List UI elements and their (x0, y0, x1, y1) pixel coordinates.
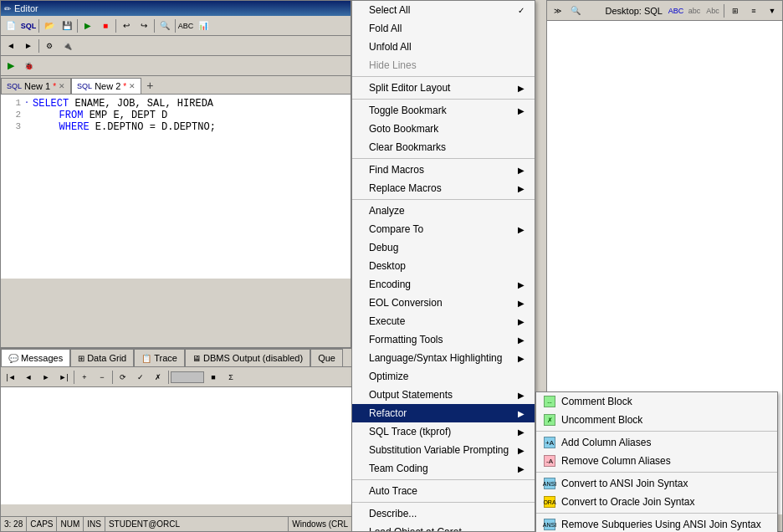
menu-split-editor-label: Split Editor Layout (369, 82, 450, 94)
menu-replace-macros[interactable]: Replace Macros ▶ (352, 179, 535, 197)
undo-btn[interactable]: ↩ (118, 18, 135, 34)
right-sep1 (724, 4, 724, 18)
menu-compare-to[interactable]: Compare To ▶ (352, 220, 535, 238)
sub-add-col-aliases[interactable]: +A Add Column Aliases (536, 433, 777, 452)
tab-trace[interactable]: 📋 Trace (134, 349, 185, 366)
menu-goto-bookmark[interactable]: Goto Bookmark (352, 120, 535, 138)
menu-sep3 (352, 158, 535, 159)
schema-btn[interactable]: ⚙ (41, 38, 58, 54)
rollback-btn[interactable]: ✗ (150, 369, 166, 386)
statusbar: 3: 28 CAPS NUM INS STUDENT@ORCL Windows … (1, 516, 352, 531)
back-btn[interactable]: ◄ (3, 38, 19, 54)
right-abc2-btn[interactable]: abc (686, 3, 703, 19)
execute-btn[interactable]: ▶ (3, 58, 19, 74)
tab-new1-close[interactable]: ✕ (59, 82, 65, 90)
open-btn[interactable]: 📂 (41, 18, 58, 34)
add-row-btn[interactable]: + (76, 369, 93, 386)
right-dropdown-btn[interactable]: ▼ (764, 3, 780, 19)
menu-eol-conversion[interactable]: EOL Conversion ▶ (352, 294, 535, 312)
user-info: STUDENT@ORCL (105, 517, 289, 531)
menu-analyze[interactable]: Analyze (352, 202, 535, 220)
sub-oracle-join-label: Convert to Oracle Join Syntax (561, 496, 694, 508)
right-abc-btn[interactable]: ABC (668, 3, 684, 19)
tab-new2-icon: SQL (77, 82, 92, 90)
data-area[interactable] (1, 387, 352, 504)
data-grid-label: Data Grid (87, 353, 126, 363)
prev-btn[interactable]: ◄ (20, 369, 37, 386)
new-btn[interactable]: 📄 (3, 18, 19, 34)
menu-find-macros[interactable]: Find Macros ▶ (352, 161, 535, 179)
code-area[interactable]: 1 · SELECT ENAME, JOB, SAL, HIREDA 2 FRO… (1, 95, 351, 279)
comment-block-icon: -- (543, 395, 556, 408)
tab-new1[interactable]: SQL New 1 * ✕ (1, 78, 71, 94)
tab-new2-close[interactable]: ✕ (129, 82, 136, 90)
menu-lang-syntax[interactable]: Language/Syntax Highlighting ▶ (352, 349, 535, 367)
dbms-icon: 🖥 (192, 354, 201, 363)
sub-oracle-join[interactable]: ORA Convert to Oracle Join Syntax (536, 493, 777, 511)
export-btn[interactable]: 📊 (195, 18, 212, 34)
sub-remove-col-aliases[interactable]: -A Remove Column Aliases (536, 452, 777, 470)
menu-refactor[interactable]: Refactor ▶ (352, 404, 535, 422)
find-btn[interactable]: 🔍 (156, 18, 173, 34)
menu-fold-all[interactable]: Fold All (352, 19, 535, 38)
right-search-btn[interactable]: 🔍 (567, 3, 584, 19)
menu-clear-bookmarks[interactable]: Clear Bookmarks (352, 138, 535, 156)
menu-auto-trace[interactable]: Auto Trace (352, 482, 535, 500)
menu-refactor-label: Refactor (369, 407, 407, 419)
menu-execute[interactable]: Execute ▶ (352, 312, 535, 330)
tab-dbms[interactable]: 🖥 DBMS Output (disabled) (185, 349, 310, 366)
menu-load-object[interactable]: Load Object at Caret (352, 523, 535, 532)
sub-ansi-join[interactable]: ANSI Convert to ANSI Join Syntax (536, 474, 777, 493)
first-btn[interactable]: |◄ (3, 369, 19, 386)
sql-btn[interactable]: SQL (20, 18, 37, 34)
save-btn[interactable]: 💾 (59, 18, 75, 34)
right-format2-btn[interactable]: ≡ (745, 3, 762, 19)
menu-sql-trace[interactable]: SQL Trace (tkprof) ▶ (352, 422, 535, 441)
sub-remove-subq-ansi[interactable]: ANSI Remove Subqueries Using ANSI Join S… (536, 515, 777, 532)
run-btn[interactable]: ▶ (79, 18, 96, 34)
menu-encoding[interactable]: Encoding ▶ (352, 275, 535, 294)
toolbar-row-2: ◄ ► ⚙ 🔌 (1, 36, 351, 56)
menu-encoding-label: Encoding (369, 279, 411, 290)
menu-toggle-bookmark[interactable]: Toggle Bookmark ▶ (352, 101, 535, 120)
menu-subst-var[interactable]: Substitution Variable Prompting ▶ (352, 441, 535, 459)
editor-icon: ✏ (4, 4, 11, 13)
tab-que[interactable]: Que (310, 349, 343, 366)
right-expand-btn[interactable]: ≫ (549, 3, 566, 19)
menu-team-coding[interactable]: Team Coding ▶ (352, 459, 535, 478)
menu-formatting-tools-label: Formatting Tools (369, 334, 443, 345)
right-abc3-btn[interactable]: Abc (704, 3, 721, 19)
stop-query-btn[interactable]: ■ (205, 369, 222, 386)
tab-add-btn[interactable]: + (141, 77, 158, 94)
menu-select-all[interactable]: Select All ✓ (352, 1, 535, 19)
menu-formatting-tools[interactable]: Formatting Tools ▶ (352, 330, 535, 349)
last-btn[interactable]: ►| (55, 369, 72, 386)
connect-btn[interactable]: 🔌 (59, 38, 75, 54)
remove-col-aliases-icon: -A (543, 454, 556, 468)
tab-data-grid[interactable]: ⊞ Data Grid (70, 349, 134, 366)
menu-debug[interactable]: Debug (352, 238, 535, 257)
next-btn[interactable]: ► (38, 369, 54, 386)
right-format1-btn[interactable]: ⊞ (727, 3, 744, 19)
menu-optimize[interactable]: Optimize (352, 367, 535, 386)
stop-btn[interactable]: ■ (97, 18, 114, 34)
menu-describe[interactable]: Describe... (352, 504, 535, 523)
menu-output-statements[interactable]: Output Statements ▶ (352, 386, 535, 404)
delete-row-btn[interactable]: − (94, 369, 110, 386)
sum-btn[interactable]: Σ (223, 369, 239, 386)
tab-new2[interactable]: SQL New 2 * ✕ (71, 78, 141, 94)
debug-btn[interactable]: 🐞 (20, 58, 37, 74)
tab-messages[interactable]: 💬 Messages (1, 349, 70, 366)
format-btn[interactable]: ABC (177, 18, 194, 34)
sub-uncomment-block[interactable]: ✗ Uncomment Block (536, 411, 777, 429)
sub-comment-block[interactable]: -- Comment Block (536, 392, 777, 411)
forward-btn[interactable]: ► (20, 38, 37, 54)
menu-desktop[interactable]: Desktop (352, 257, 535, 275)
menu-split-editor[interactable]: Split Editor Layout ▶ (352, 79, 535, 97)
refresh-btn[interactable]: ⟳ (115, 369, 131, 386)
redo-btn[interactable]: ↪ (136, 18, 152, 34)
toolbar-row-1: 📄 SQL 📂 💾 ▶ ■ ↩ ↪ 🔍 ABC 📊 (1, 16, 351, 36)
commit-btn[interactable]: ✓ (132, 369, 149, 386)
tab-new2-modified: * (123, 82, 126, 91)
menu-unfold-all[interactable]: Unfold All (352, 38, 535, 56)
